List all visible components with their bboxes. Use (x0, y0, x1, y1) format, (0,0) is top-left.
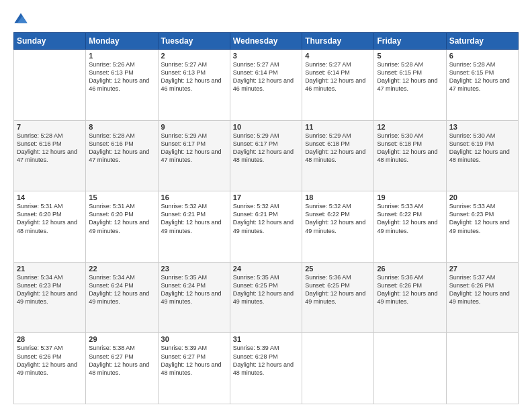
cell-info: Sunrise: 5:39 AM Sunset: 6:27 PM Dayligh… (161, 344, 227, 377)
cell-info: Sunrise: 5:30 AM Sunset: 6:18 PM Dayligh… (377, 132, 443, 165)
cell-info: Sunrise: 5:32 AM Sunset: 6:21 PM Dayligh… (161, 202, 227, 235)
header (13, 12, 519, 27)
calendar-cell: 4Sunrise: 5:27 AM Sunset: 6:14 PM Daylig… (302, 50, 374, 121)
calendar-cell: 13Sunrise: 5:30 AM Sunset: 6:19 PM Dayli… (446, 120, 518, 191)
cell-info: Sunrise: 5:33 AM Sunset: 6:23 PM Dayligh… (449, 202, 515, 235)
calendar-cell (374, 333, 446, 404)
day-number: 12 (377, 123, 443, 131)
cell-info: Sunrise: 5:39 AM Sunset: 6:28 PM Dayligh… (233, 344, 299, 377)
calendar-week-row: 7Sunrise: 5:28 AM Sunset: 6:16 PM Daylig… (14, 120, 519, 191)
day-number: 8 (89, 123, 154, 131)
day-header-thursday: Thursday (302, 33, 374, 50)
day-number: 27 (449, 265, 515, 273)
day-number: 3 (233, 52, 299, 60)
calendar-cell: 21Sunrise: 5:34 AM Sunset: 6:23 PM Dayli… (14, 262, 86, 333)
cell-info: Sunrise: 5:28 AM Sunset: 6:15 PM Dayligh… (377, 60, 443, 93)
calendar-table: SundayMondayTuesdayWednesdayThursdayFrid… (13, 32, 519, 404)
calendar-cell (446, 333, 518, 404)
calendar-cell: 28Sunrise: 5:37 AM Sunset: 6:26 PM Dayli… (14, 333, 86, 404)
calendar-cell: 3Sunrise: 5:27 AM Sunset: 6:14 PM Daylig… (230, 50, 302, 121)
day-number: 25 (305, 265, 371, 273)
calendar-header-row: SundayMondayTuesdayWednesdayThursdayFrid… (14, 33, 519, 50)
cell-info: Sunrise: 5:32 AM Sunset: 6:22 PM Dayligh… (305, 202, 371, 235)
calendar-cell: 1Sunrise: 5:26 AM Sunset: 6:13 PM Daylig… (86, 50, 158, 121)
day-number: 31 (233, 335, 299, 343)
cell-info: Sunrise: 5:29 AM Sunset: 6:17 PM Dayligh… (233, 132, 299, 165)
day-number: 23 (161, 265, 227, 273)
calendar-cell: 27Sunrise: 5:37 AM Sunset: 6:26 PM Dayli… (446, 262, 518, 333)
cell-info: Sunrise: 5:33 AM Sunset: 6:22 PM Dayligh… (377, 202, 443, 235)
day-number: 14 (17, 193, 83, 201)
calendar-cell: 25Sunrise: 5:36 AM Sunset: 6:25 PM Dayli… (302, 262, 374, 333)
cell-info: Sunrise: 5:26 AM Sunset: 6:13 PM Dayligh… (89, 60, 154, 93)
logo-icon (13, 12, 28, 27)
calendar-cell: 22Sunrise: 5:34 AM Sunset: 6:24 PM Dayli… (86, 262, 158, 333)
day-number: 26 (377, 265, 443, 273)
cell-info: Sunrise: 5:27 AM Sunset: 6:13 PM Dayligh… (161, 60, 227, 93)
calendar-cell: 6Sunrise: 5:28 AM Sunset: 6:15 PM Daylig… (446, 50, 518, 121)
day-number: 24 (233, 265, 299, 273)
day-header-friday: Friday (374, 33, 446, 50)
cell-info: Sunrise: 5:36 AM Sunset: 6:26 PM Dayligh… (377, 273, 443, 306)
day-number: 19 (377, 193, 443, 201)
calendar-cell: 19Sunrise: 5:33 AM Sunset: 6:22 PM Dayli… (374, 191, 446, 263)
day-number: 17 (233, 193, 299, 201)
day-number: 30 (161, 335, 227, 343)
cell-info: Sunrise: 5:31 AM Sunset: 6:20 PM Dayligh… (89, 202, 154, 235)
calendar-cell (302, 333, 374, 404)
cell-info: Sunrise: 5:34 AM Sunset: 6:24 PM Dayligh… (89, 273, 154, 306)
calendar-cell: 5Sunrise: 5:28 AM Sunset: 6:15 PM Daylig… (374, 50, 446, 121)
day-header-monday: Monday (86, 33, 158, 50)
calendar-cell: 9Sunrise: 5:29 AM Sunset: 6:17 PM Daylig… (158, 120, 230, 191)
cell-info: Sunrise: 5:32 AM Sunset: 6:21 PM Dayligh… (233, 202, 299, 235)
cell-info: Sunrise: 5:31 AM Sunset: 6:20 PM Dayligh… (17, 202, 83, 235)
cell-info: Sunrise: 5:27 AM Sunset: 6:14 PM Dayligh… (305, 60, 371, 93)
calendar-week-row: 21Sunrise: 5:34 AM Sunset: 6:23 PM Dayli… (14, 262, 519, 333)
day-number: 6 (449, 52, 515, 60)
calendar-cell: 23Sunrise: 5:35 AM Sunset: 6:24 PM Dayli… (158, 262, 230, 333)
day-number: 20 (449, 193, 515, 201)
cell-info: Sunrise: 5:27 AM Sunset: 6:14 PM Dayligh… (233, 60, 299, 93)
calendar-cell: 24Sunrise: 5:35 AM Sunset: 6:25 PM Dayli… (230, 262, 302, 333)
day-number: 16 (161, 193, 227, 201)
day-number: 10 (233, 123, 299, 131)
calendar-cell: 30Sunrise: 5:39 AM Sunset: 6:27 PM Dayli… (158, 333, 230, 404)
day-header-tuesday: Tuesday (158, 33, 230, 50)
day-number: 29 (89, 335, 154, 343)
calendar-cell: 29Sunrise: 5:38 AM Sunset: 6:27 PM Dayli… (86, 333, 158, 404)
day-number: 2 (161, 52, 227, 60)
calendar-week-row: 28Sunrise: 5:37 AM Sunset: 6:26 PM Dayli… (14, 333, 519, 404)
cell-info: Sunrise: 5:36 AM Sunset: 6:25 PM Dayligh… (305, 273, 371, 306)
cell-info: Sunrise: 5:37 AM Sunset: 6:26 PM Dayligh… (17, 344, 83, 377)
day-number: 21 (17, 265, 83, 273)
calendar-cell: 8Sunrise: 5:28 AM Sunset: 6:16 PM Daylig… (86, 120, 158, 191)
calendar-cell: 17Sunrise: 5:32 AM Sunset: 6:21 PM Dayli… (230, 191, 302, 263)
calendar-cell: 2Sunrise: 5:27 AM Sunset: 6:13 PM Daylig… (158, 50, 230, 121)
cell-info: Sunrise: 5:37 AM Sunset: 6:26 PM Dayligh… (449, 273, 515, 306)
calendar-cell: 12Sunrise: 5:30 AM Sunset: 6:18 PM Dayli… (374, 120, 446, 191)
day-number: 5 (377, 52, 443, 60)
calendar-cell: 26Sunrise: 5:36 AM Sunset: 6:26 PM Dayli… (374, 262, 446, 333)
calendar-cell: 10Sunrise: 5:29 AM Sunset: 6:17 PM Dayli… (230, 120, 302, 191)
day-number: 22 (89, 265, 154, 273)
cell-info: Sunrise: 5:28 AM Sunset: 6:15 PM Dayligh… (449, 60, 515, 93)
calendar-cell: 16Sunrise: 5:32 AM Sunset: 6:21 PM Dayli… (158, 191, 230, 263)
cell-info: Sunrise: 5:34 AM Sunset: 6:23 PM Dayligh… (17, 273, 83, 306)
calendar-week-row: 14Sunrise: 5:31 AM Sunset: 6:20 PM Dayli… (14, 191, 519, 263)
day-header-sunday: Sunday (14, 33, 86, 50)
cell-info: Sunrise: 5:35 AM Sunset: 6:25 PM Dayligh… (233, 273, 299, 306)
day-number: 18 (305, 193, 371, 201)
cell-info: Sunrise: 5:29 AM Sunset: 6:18 PM Dayligh… (305, 132, 371, 165)
calendar-cell: 20Sunrise: 5:33 AM Sunset: 6:23 PM Dayli… (446, 191, 518, 263)
calendar-cell: 15Sunrise: 5:31 AM Sunset: 6:20 PM Dayli… (86, 191, 158, 263)
cell-info: Sunrise: 5:30 AM Sunset: 6:19 PM Dayligh… (449, 132, 515, 165)
calendar-cell: 7Sunrise: 5:28 AM Sunset: 6:16 PM Daylig… (14, 120, 86, 191)
cell-info: Sunrise: 5:35 AM Sunset: 6:24 PM Dayligh… (161, 273, 227, 306)
day-number: 7 (17, 123, 83, 131)
day-header-wednesday: Wednesday (230, 33, 302, 50)
day-number: 1 (89, 52, 154, 60)
calendar-cell: 11Sunrise: 5:29 AM Sunset: 6:18 PM Dayli… (302, 120, 374, 191)
day-number: 11 (305, 123, 371, 131)
cell-info: Sunrise: 5:38 AM Sunset: 6:27 PM Dayligh… (89, 344, 154, 377)
calendar-cell (14, 50, 86, 121)
